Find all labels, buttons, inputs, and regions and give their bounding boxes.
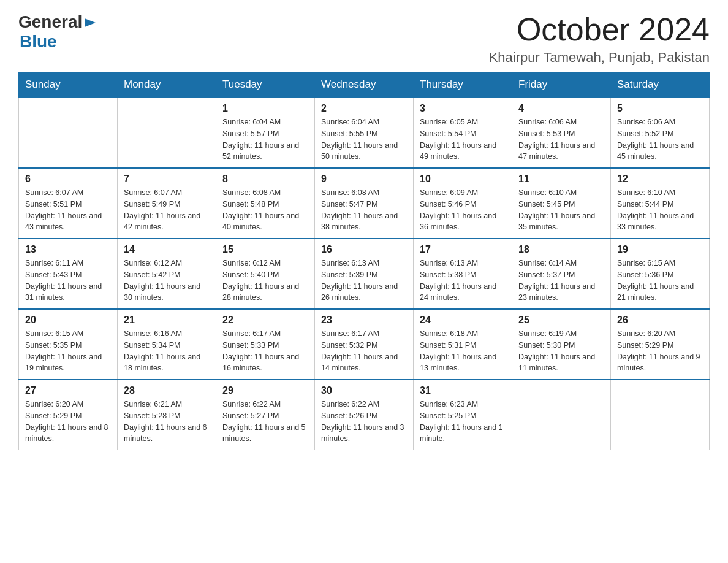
page-header: General Blue October 2024 Khairpur Tamew… (18, 12, 710, 66)
weekday-header-tuesday: Tuesday (216, 72, 315, 98)
weekday-header-monday: Monday (118, 72, 216, 98)
calendar-cell: 18Sunrise: 6:14 AMSunset: 5:37 PMDayligh… (512, 239, 611, 309)
svg-marker-0 (85, 18, 96, 27)
day-info: Sunrise: 6:10 AMSunset: 5:44 PMDaylight:… (617, 187, 703, 233)
calendar-cell (118, 98, 216, 168)
calendar-cell: 6Sunrise: 6:07 AMSunset: 5:51 PMDaylight… (19, 168, 118, 239)
day-number: 12 (617, 174, 703, 185)
day-number: 15 (222, 244, 308, 255)
day-info: Sunrise: 6:10 AMSunset: 5:45 PMDaylight:… (518, 187, 604, 233)
day-info: Sunrise: 6:18 AMSunset: 5:31 PMDaylight:… (420, 328, 506, 374)
day-info: Sunrise: 6:16 AMSunset: 5:34 PMDaylight:… (124, 328, 210, 374)
day-number: 4 (518, 103, 604, 114)
calendar-cell: 1Sunrise: 6:04 AMSunset: 5:57 PMDaylight… (216, 98, 315, 168)
day-number: 5 (617, 103, 703, 114)
day-number: 1 (222, 103, 308, 114)
calendar-cell: 17Sunrise: 6:13 AMSunset: 5:38 PMDayligh… (414, 239, 512, 309)
logo: General Blue (18, 12, 97, 52)
day-number: 19 (617, 244, 703, 255)
calendar-cell: 23Sunrise: 6:17 AMSunset: 5:32 PMDayligh… (315, 309, 414, 380)
calendar-cell: 21Sunrise: 6:16 AMSunset: 5:34 PMDayligh… (118, 309, 216, 380)
logo-general-text: General (18, 12, 82, 32)
calendar-cell: 16Sunrise: 6:13 AMSunset: 5:39 PMDayligh… (315, 239, 414, 309)
logo-blue-text: Blue (20, 32, 97, 52)
calendar-cell: 20Sunrise: 6:15 AMSunset: 5:35 PMDayligh… (19, 309, 118, 380)
day-number: 31 (420, 385, 506, 396)
calendar-week-row: 1Sunrise: 6:04 AMSunset: 5:57 PMDaylight… (19, 98, 710, 168)
logo-arrow-icon (83, 16, 97, 29)
day-number: 18 (518, 244, 604, 255)
day-number: 26 (617, 315, 703, 326)
calendar-cell: 15Sunrise: 6:12 AMSunset: 5:40 PMDayligh… (216, 239, 315, 309)
day-number: 8 (222, 174, 308, 185)
calendar-cell: 4Sunrise: 6:06 AMSunset: 5:53 PMDaylight… (512, 98, 611, 168)
calendar-table: SundayMondayTuesdayWednesdayThursdayFrid… (18, 72, 710, 450)
calendar-header-row: SundayMondayTuesdayWednesdayThursdayFrid… (19, 72, 710, 98)
day-info: Sunrise: 6:15 AMSunset: 5:36 PMDaylight:… (617, 258, 703, 304)
day-info: Sunrise: 6:17 AMSunset: 5:32 PMDaylight:… (321, 328, 407, 374)
day-info: Sunrise: 6:13 AMSunset: 5:38 PMDaylight:… (420, 258, 506, 304)
calendar-cell: 3Sunrise: 6:05 AMSunset: 5:54 PMDaylight… (414, 98, 512, 168)
day-number: 9 (321, 174, 407, 185)
day-number: 20 (25, 315, 111, 326)
day-number: 10 (420, 174, 506, 185)
weekday-header-saturday: Saturday (611, 72, 710, 98)
calendar-week-row: 13Sunrise: 6:11 AMSunset: 5:43 PMDayligh… (19, 239, 710, 309)
day-info: Sunrise: 6:11 AMSunset: 5:43 PMDaylight:… (25, 258, 111, 304)
calendar-cell: 25Sunrise: 6:19 AMSunset: 5:30 PMDayligh… (512, 309, 611, 380)
day-number: 27 (25, 385, 111, 396)
day-info: Sunrise: 6:19 AMSunset: 5:30 PMDaylight:… (518, 328, 604, 374)
day-number: 23 (321, 315, 407, 326)
calendar-cell: 26Sunrise: 6:20 AMSunset: 5:29 PMDayligh… (611, 309, 710, 380)
day-number: 22 (222, 315, 308, 326)
weekday-header-wednesday: Wednesday (315, 72, 414, 98)
day-info: Sunrise: 6:04 AMSunset: 5:57 PMDaylight:… (222, 117, 308, 163)
calendar-cell: 7Sunrise: 6:07 AMSunset: 5:49 PMDaylight… (118, 168, 216, 239)
day-info: Sunrise: 6:15 AMSunset: 5:35 PMDaylight:… (25, 328, 111, 374)
day-info: Sunrise: 6:20 AMSunset: 5:29 PMDaylight:… (617, 328, 703, 374)
calendar-cell: 5Sunrise: 6:06 AMSunset: 5:52 PMDaylight… (611, 98, 710, 168)
day-info: Sunrise: 6:17 AMSunset: 5:33 PMDaylight:… (222, 328, 308, 374)
location-subtitle: Khairpur Tamewah, Punjab, Pakistan (489, 50, 710, 66)
day-info: Sunrise: 6:22 AMSunset: 5:27 PMDaylight:… (222, 399, 308, 445)
day-number: 11 (518, 174, 604, 185)
day-info: Sunrise: 6:06 AMSunset: 5:53 PMDaylight:… (518, 117, 604, 163)
calendar-cell (611, 380, 710, 450)
day-number: 24 (420, 315, 506, 326)
calendar-cell: 2Sunrise: 6:04 AMSunset: 5:55 PMDaylight… (315, 98, 414, 168)
day-info: Sunrise: 6:05 AMSunset: 5:54 PMDaylight:… (420, 117, 506, 163)
day-info: Sunrise: 6:09 AMSunset: 5:46 PMDaylight:… (420, 187, 506, 233)
weekday-header-thursday: Thursday (414, 72, 512, 98)
day-number: 21 (124, 315, 210, 326)
calendar-cell: 30Sunrise: 6:22 AMSunset: 5:26 PMDayligh… (315, 380, 414, 450)
day-info: Sunrise: 6:06 AMSunset: 5:52 PMDaylight:… (617, 117, 703, 163)
calendar-cell: 10Sunrise: 6:09 AMSunset: 5:46 PMDayligh… (414, 168, 512, 239)
calendar-cell: 29Sunrise: 6:22 AMSunset: 5:27 PMDayligh… (216, 380, 315, 450)
day-info: Sunrise: 6:13 AMSunset: 5:39 PMDaylight:… (321, 258, 407, 304)
calendar-cell (512, 380, 611, 450)
day-number: 25 (518, 315, 604, 326)
day-info: Sunrise: 6:22 AMSunset: 5:26 PMDaylight:… (321, 399, 407, 445)
calendar-cell (19, 98, 118, 168)
month-title: October 2024 (489, 12, 710, 47)
day-info: Sunrise: 6:12 AMSunset: 5:42 PMDaylight:… (124, 258, 210, 304)
day-info: Sunrise: 6:21 AMSunset: 5:28 PMDaylight:… (124, 399, 210, 445)
day-number: 30 (321, 385, 407, 396)
weekday-header-sunday: Sunday (19, 72, 118, 98)
day-info: Sunrise: 6:08 AMSunset: 5:47 PMDaylight:… (321, 187, 407, 233)
day-info: Sunrise: 6:20 AMSunset: 5:29 PMDaylight:… (25, 399, 111, 445)
day-info: Sunrise: 6:23 AMSunset: 5:25 PMDaylight:… (420, 399, 506, 445)
calendar-cell: 13Sunrise: 6:11 AMSunset: 5:43 PMDayligh… (19, 239, 118, 309)
day-number: 29 (222, 385, 308, 396)
day-number: 7 (124, 174, 210, 185)
day-info: Sunrise: 6:08 AMSunset: 5:48 PMDaylight:… (222, 187, 308, 233)
day-info: Sunrise: 6:04 AMSunset: 5:55 PMDaylight:… (321, 117, 407, 163)
day-number: 13 (25, 244, 111, 255)
day-info: Sunrise: 6:14 AMSunset: 5:37 PMDaylight:… (518, 258, 604, 304)
calendar-week-row: 27Sunrise: 6:20 AMSunset: 5:29 PMDayligh… (19, 380, 710, 450)
calendar-cell: 31Sunrise: 6:23 AMSunset: 5:25 PMDayligh… (414, 380, 512, 450)
calendar-cell: 27Sunrise: 6:20 AMSunset: 5:29 PMDayligh… (19, 380, 118, 450)
calendar-cell: 28Sunrise: 6:21 AMSunset: 5:28 PMDayligh… (118, 380, 216, 450)
calendar-cell: 19Sunrise: 6:15 AMSunset: 5:36 PMDayligh… (611, 239, 710, 309)
day-info: Sunrise: 6:07 AMSunset: 5:49 PMDaylight:… (124, 187, 210, 233)
